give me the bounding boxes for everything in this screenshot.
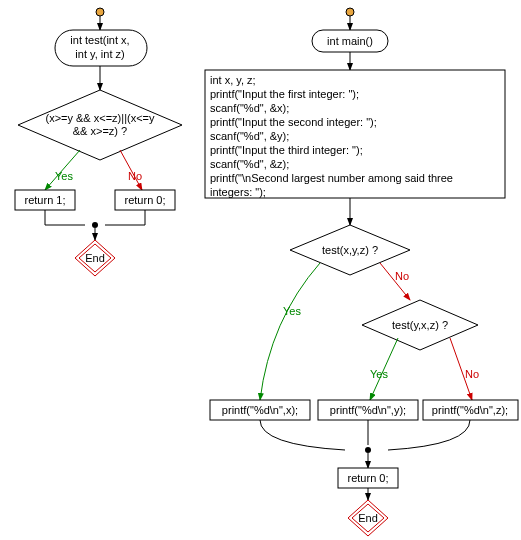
yes-label-left: Yes	[55, 170, 73, 182]
return-0-text-right: return 0;	[348, 472, 389, 484]
cond2-text: test(y,x,z) ?	[392, 319, 448, 331]
cond1-text: test(x,y,z) ?	[322, 244, 378, 256]
body-line-7: printf("\nSecond largest number among sa…	[210, 172, 453, 184]
printf-z-text: printf("%d\n",z);	[432, 404, 508, 416]
cond1-yes-edge	[260, 263, 320, 400]
main-signature-text: int main()	[327, 35, 373, 47]
end-text-right: End	[358, 512, 378, 524]
cond1-yes-label: Yes	[283, 305, 301, 317]
flowchart-canvas: int test(int x, int y, int z) (x>=y && x…	[0, 0, 521, 540]
body-line-4: scanf("%d", &y);	[210, 130, 289, 142]
body-line-6: scanf("%d", &z);	[210, 158, 289, 170]
printf-x-text: printf("%d\n",x);	[222, 404, 298, 416]
cond2-no-label: No	[465, 368, 479, 380]
end-node-right: End	[348, 500, 388, 536]
return-0-text-left: return 0;	[125, 194, 166, 206]
body-line-2: scanf("%d", &x);	[210, 102, 289, 114]
printf-y-text: printf("%d\n",y);	[330, 404, 406, 416]
body-line-8: integers: ");	[210, 186, 266, 198]
cond1-no-label: No	[395, 270, 409, 282]
body-line-0: int x, y, z;	[210, 74, 256, 86]
start-dot-right	[346, 8, 354, 16]
body-line-1: printf("Input the first integer: ");	[210, 88, 359, 100]
no-label-left: No	[128, 170, 142, 182]
merge-dot-right	[365, 447, 371, 453]
end-text-left: End	[85, 252, 105, 264]
func-signature-line1: int test(int x,	[70, 34, 129, 46]
merge-dot-left	[92, 222, 98, 228]
test-cond-line1: (x>=y && x<=z)||(x<=y	[45, 112, 155, 124]
end-node-left: End	[75, 240, 115, 276]
start-dot-left	[96, 8, 104, 16]
cond2-yes-label: Yes	[370, 368, 388, 380]
body-line-3: printf("Input the second integer: ");	[210, 116, 377, 128]
body-line-5: printf("Input the third integer: ");	[210, 144, 363, 156]
return-1-text: return 1;	[25, 194, 66, 206]
test-cond-line2: && x>=z) ?	[73, 125, 127, 137]
func-signature-line2: int y, int z)	[75, 48, 124, 60]
